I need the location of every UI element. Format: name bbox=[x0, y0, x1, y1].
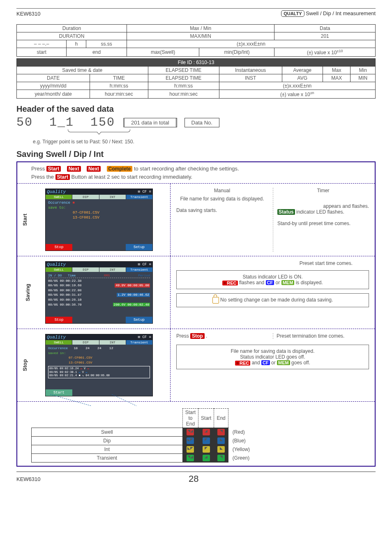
cell: ELAPSED TIME bbox=[148, 74, 219, 82]
status-badge: Status bbox=[277, 209, 295, 215]
txt: Press bbox=[176, 333, 190, 339]
next-button[interactable]: Next bbox=[87, 166, 101, 172]
stop-right: Press Stop . Preset termination time com… bbox=[171, 329, 375, 401]
seg-150: 150 bbox=[90, 115, 115, 129]
timer-col: Timer appears and flashes. Status indica… bbox=[273, 188, 369, 252]
cell: h:mm:ss bbox=[148, 82, 219, 90]
cell: Max / Min bbox=[127, 25, 274, 32]
rec-badge: REC bbox=[235, 361, 250, 366]
cell: Max bbox=[323, 67, 350, 74]
manual-col: Manual File name for saving data is disp… bbox=[176, 188, 268, 252]
cell: Saved time & date bbox=[17, 67, 148, 74]
legend-table: Start to End Start End Swell ◥◢ ◢ ◥ (Red… bbox=[31, 408, 371, 463]
swell-start-icon: ◢ bbox=[198, 428, 214, 437]
txt: ndicator LED flashes. bbox=[297, 209, 344, 215]
total-label: 201 data in total bbox=[123, 118, 177, 127]
txt: appears and flashes. bbox=[277, 203, 369, 209]
cell: Start bbox=[198, 409, 214, 428]
swell-se-icon: ◥◢ bbox=[182, 428, 198, 437]
txt: Status indicator LED is ON. bbox=[182, 274, 364, 280]
trans-start-icon: ◢ bbox=[198, 454, 214, 463]
txt: File name for saving data is displayed. bbox=[176, 196, 268, 202]
txt: or bbox=[276, 280, 281, 285]
page-header: KEW6310 QUALTY Swell / Dip / Int measure… bbox=[16, 8, 376, 17]
cell: ELAPSED TIME bbox=[148, 67, 219, 74]
int-start-icon: ◤ bbox=[198, 445, 214, 454]
cell: (Blue) bbox=[228, 437, 371, 445]
txt: flashes and bbox=[239, 280, 266, 285]
device-screen: Quality⊞ CF ≡ SWELLDIPINTTransient Occur… bbox=[45, 189, 153, 251]
cell: (±) value x 10±10 bbox=[274, 48, 376, 57]
next-button[interactable]: Next bbox=[67, 166, 81, 172]
txt: is displayed. bbox=[296, 280, 323, 285]
svg-line-1 bbox=[112, 394, 136, 406]
cell: Data bbox=[274, 25, 376, 32]
txt: File name for saving data is displayed. bbox=[182, 348, 364, 354]
rec-badge: REC bbox=[222, 281, 238, 285]
cf-badge: CF bbox=[266, 280, 274, 285]
exp: ±10 bbox=[337, 49, 343, 53]
seg-50: 50 bbox=[16, 115, 33, 129]
page-footer: KEW6310 28 bbox=[16, 472, 376, 484]
cell: h bbox=[67, 40, 86, 48]
txt: Button at least 2 sec to start recording… bbox=[71, 174, 193, 180]
side-label-saving: Saving bbox=[25, 284, 31, 301]
cell: Transient bbox=[32, 454, 183, 463]
cell: Duration bbox=[17, 25, 127, 32]
device-screen: Quality⊞ CF ≡ SWELLDIPINTTransient IN / … bbox=[45, 261, 153, 324]
callout-lines bbox=[42, 394, 165, 407]
seg-1_1: 1_1 bbox=[49, 115, 74, 129]
dip-start-icon: ◤ bbox=[198, 437, 214, 445]
dip-se-icon: ◣◤ bbox=[182, 437, 198, 445]
txt: Status indicator LED goes off. bbox=[182, 354, 364, 360]
cell: min(Dip/Int) bbox=[199, 48, 274, 57]
txt: . bbox=[206, 333, 207, 339]
complete-button[interactable]: Complete bbox=[107, 166, 133, 172]
cell: Swell bbox=[32, 428, 183, 437]
stop-button[interactable]: Stop bbox=[190, 333, 205, 339]
mem-badge: MEM bbox=[277, 360, 290, 365]
side-label-stop: Stop bbox=[22, 359, 28, 371]
cell: AVG bbox=[282, 74, 323, 82]
cell: INST bbox=[219, 74, 282, 82]
cell: MAX bbox=[323, 74, 350, 82]
cell: (Yellow) bbox=[228, 445, 371, 454]
cell: Min bbox=[350, 67, 376, 74]
cell: MIN bbox=[350, 74, 376, 82]
txt: (±) value x 10 bbox=[280, 92, 310, 97]
cell: MAX/MIN bbox=[127, 32, 274, 40]
qualty-badge: QUALTY bbox=[281, 10, 304, 17]
txt: Preset termination time comes. bbox=[273, 333, 369, 339]
timer-heading: Timer bbox=[277, 188, 369, 193]
txt: Press the bbox=[31, 174, 55, 180]
screen-stop: Quality⊞ CF ≡ SWELLDIPINTTransient Occur… bbox=[17, 329, 171, 401]
int-end-icon: ◣ bbox=[214, 445, 228, 454]
cell: (±) value x 10±n bbox=[219, 90, 375, 99]
file-id-header: File ID : 6310-13 bbox=[17, 59, 376, 67]
saved-data-heading: Header of the saved data bbox=[16, 104, 376, 114]
txt: No setting change can be made during dat… bbox=[220, 297, 333, 303]
cell: yyyy/mm/dd bbox=[17, 82, 90, 90]
fileid-table: File ID : 6310-13 Saved time & date ELAP… bbox=[16, 58, 376, 99]
cell: ss.ss bbox=[86, 40, 127, 48]
cell: TIME bbox=[90, 74, 148, 82]
cell: (Red) bbox=[228, 428, 371, 437]
txt: Data saving starts. bbox=[176, 207, 268, 213]
duration-table: Duration Max / Min Data DURATION MAX/MIN… bbox=[16, 24, 376, 57]
exp: ±n bbox=[310, 91, 314, 95]
start-button[interactable]: Start bbox=[46, 166, 61, 172]
procedure-diagram: Press Start Next Next Complete to start … bbox=[16, 161, 376, 467]
lock-icon bbox=[212, 297, 219, 304]
cell: Int bbox=[32, 445, 183, 454]
txt: Preset start time comes. bbox=[176, 260, 369, 266]
trans-se-icon: ◥◢ bbox=[182, 454, 198, 463]
txt: (±) value x 10 bbox=[307, 50, 337, 55]
screen-start: Quality⊞ CF ≡ SWELLDIPINTTransient Occur… bbox=[17, 184, 171, 256]
cell: max(Swell) bbox=[127, 48, 199, 57]
cell: year/month/ date bbox=[17, 90, 90, 99]
screen-saving: Quality⊞ CF ≡ SWELLDIPINTTransient IN / … bbox=[17, 256, 171, 329]
start-button[interactable]: Start bbox=[55, 174, 70, 180]
cell: hour:min:sec bbox=[148, 90, 219, 99]
cell: 201 bbox=[274, 32, 376, 40]
datano-label: Data No. bbox=[184, 118, 219, 127]
